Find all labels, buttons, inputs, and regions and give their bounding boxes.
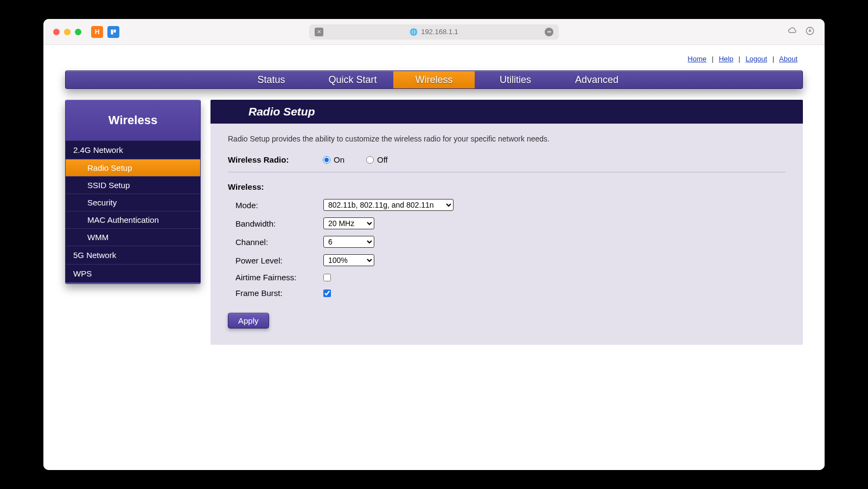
separator: | bbox=[712, 55, 713, 63]
divider bbox=[228, 172, 786, 172]
nav-advanced[interactable]: Advanced bbox=[556, 71, 637, 88]
wireless-section-title: Wireless: bbox=[228, 182, 786, 191]
separator: | bbox=[773, 55, 774, 63]
radio-on-label[interactable]: On bbox=[323, 155, 344, 164]
channel-select[interactable]: 6 bbox=[323, 236, 374, 248]
power-label: Power Level: bbox=[235, 256, 323, 265]
wireless-radio-row: Wireless Radio: On Off bbox=[228, 155, 786, 164]
apply-button[interactable]: Apply bbox=[228, 313, 269, 329]
mode-label: Mode: bbox=[235, 201, 323, 210]
channel-label: Channel: bbox=[235, 237, 323, 247]
url-bar[interactable]: ✕ 🌐 192.168.1.1 ••• bbox=[309, 24, 559, 40]
nav-utilities[interactable]: Utilities bbox=[475, 71, 556, 88]
nav-status[interactable]: Status bbox=[231, 71, 312, 88]
url-text: 192.168.1.1 bbox=[421, 28, 458, 36]
frameburst-label: Frame Burst: bbox=[235, 288, 323, 298]
svg-rect-0 bbox=[111, 29, 113, 34]
extension-trello-icon[interactable] bbox=[107, 26, 119, 38]
cloud-icon[interactable] bbox=[788, 26, 797, 38]
site-settings-icon[interactable]: ✕ bbox=[315, 28, 323, 36]
link-logout[interactable]: Logout bbox=[745, 55, 767, 63]
downloads-icon[interactable] bbox=[805, 26, 815, 38]
link-help[interactable]: Help bbox=[719, 55, 733, 63]
sidebar-item-wmm[interactable]: WMM bbox=[66, 228, 200, 246]
chrome-right-icons bbox=[788, 26, 815, 38]
channel-row: Channel: 6 bbox=[228, 236, 786, 248]
nav-quick-start[interactable]: Quick Start bbox=[312, 71, 393, 88]
sidebar-section-wps[interactable]: WPS bbox=[66, 264, 200, 282]
toolbar-extensions: H bbox=[91, 26, 119, 38]
sidebar: Wireless 2.4G Network Radio Setup SSID S… bbox=[65, 100, 201, 284]
mode-select[interactable]: 802.11b, 802.11g, and 802.11n bbox=[323, 199, 454, 211]
frameburst-checkbox[interactable] bbox=[323, 289, 331, 297]
airtime-checkbox[interactable] bbox=[323, 274, 331, 281]
bandwidth-label: Bandwidth: bbox=[235, 219, 323, 228]
panel: Radio Setup Radio Setup provides the abi… bbox=[210, 100, 803, 345]
power-select[interactable]: 100% bbox=[323, 254, 374, 266]
browser-chrome: H ✕ 🌐 192.168.1.1 ••• bbox=[43, 19, 825, 45]
bandwidth-select[interactable]: 20 MHz bbox=[323, 217, 374, 229]
browser-window: H ✕ 🌐 192.168.1.1 ••• Home | Help | Log bbox=[43, 19, 825, 470]
window-maximize-icon[interactable] bbox=[75, 29, 81, 35]
sidebar-item-mac-auth[interactable]: MAC Authentication bbox=[66, 211, 200, 228]
airtime-label: Airtime Fairness: bbox=[235, 273, 323, 282]
link-home[interactable]: Home bbox=[688, 55, 707, 63]
frameburst-row: Frame Burst: bbox=[228, 288, 786, 298]
bandwidth-row: Bandwidth: 20 MHz bbox=[228, 217, 786, 229]
radio-off-text: Off bbox=[377, 155, 388, 164]
panel-title: Radio Setup bbox=[210, 100, 803, 124]
mode-row: Mode: 802.11b, 802.11g, and 802.11n bbox=[228, 199, 786, 211]
svg-rect-1 bbox=[114, 29, 116, 33]
radio-on-input[interactable] bbox=[323, 156, 330, 164]
radio-off-label[interactable]: Off bbox=[366, 155, 388, 164]
sidebar-section-5g[interactable]: 5G Network bbox=[66, 246, 200, 264]
main-area: Wireless 2.4G Network Radio Setup SSID S… bbox=[65, 100, 803, 345]
power-row: Power Level: 100% bbox=[228, 254, 786, 266]
window-minimize-icon[interactable] bbox=[64, 29, 71, 35]
radio-off-input[interactable] bbox=[366, 156, 374, 164]
airtime-row: Airtime Fairness: bbox=[228, 273, 786, 282]
sidebar-title: Wireless bbox=[66, 100, 200, 140]
separator: | bbox=[738, 55, 740, 63]
sidebar-item-ssid-setup[interactable]: SSID Setup bbox=[66, 176, 200, 194]
panel-intro: Radio Setup provides the ability to cust… bbox=[228, 134, 786, 143]
wireless-radio-label: Wireless Radio: bbox=[228, 155, 323, 164]
nav-wireless[interactable]: Wireless bbox=[393, 71, 475, 88]
window-close-icon[interactable] bbox=[53, 29, 60, 35]
globe-icon: 🌐 bbox=[410, 28, 418, 36]
radio-on-text: On bbox=[334, 155, 344, 164]
page-content: Home | Help | Logout | About Status Quic… bbox=[43, 45, 825, 470]
navbar: Status Quick Start Wireless Utilities Ad… bbox=[65, 70, 803, 89]
extension-h-icon[interactable]: H bbox=[91, 26, 103, 38]
sidebar-item-radio-setup[interactable]: Radio Setup bbox=[66, 159, 200, 176]
link-about[interactable]: About bbox=[779, 55, 797, 63]
reader-more-icon[interactable]: ••• bbox=[545, 28, 553, 36]
top-links: Home | Help | Logout | About bbox=[65, 45, 803, 70]
sidebar-section-24g[interactable]: 2.4G Network bbox=[66, 140, 200, 159]
traffic-lights bbox=[53, 29, 81, 35]
sidebar-item-security[interactable]: Security bbox=[66, 194, 200, 211]
panel-body: Radio Setup provides the ability to cust… bbox=[210, 124, 803, 345]
